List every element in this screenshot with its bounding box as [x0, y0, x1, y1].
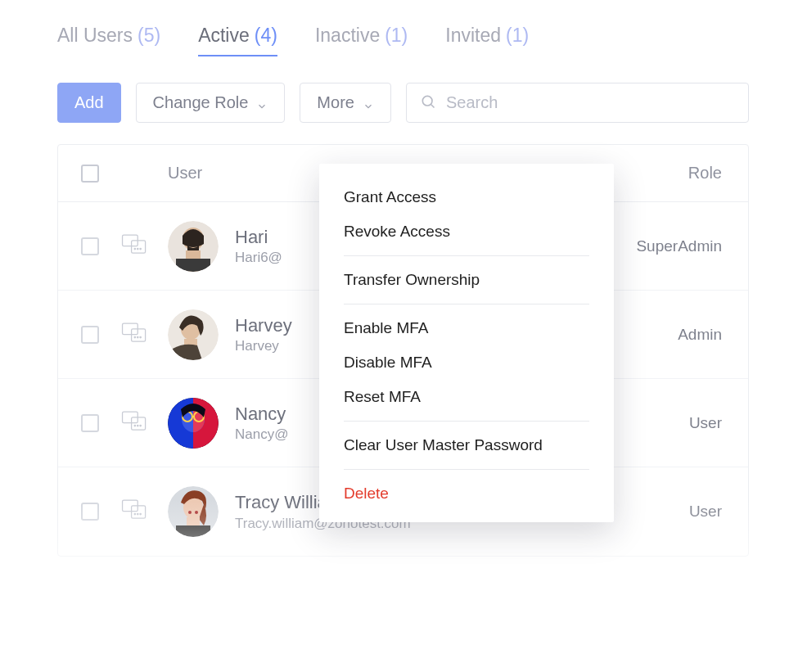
fade-overlay [773, 0, 798, 581]
avatar [168, 221, 219, 272]
device-icon [120, 321, 148, 345]
select-all-checkbox[interactable] [81, 165, 99, 183]
device-icon [120, 409, 148, 434]
svg-point-15 [138, 336, 138, 337]
chevron-down-icon [256, 97, 268, 109]
menu-item-revoke-access[interactable]: Revoke Access [319, 214, 614, 249]
svg-point-23 [134, 425, 135, 426]
more-label: More [317, 93, 354, 112]
svg-point-43 [195, 511, 198, 514]
device-icon [120, 232, 148, 257]
user-email: Hari6@ [235, 250, 282, 266]
row-checkbox[interactable] [81, 326, 99, 344]
tab-inactive[interactable]: Inactive (1) [315, 25, 408, 56]
menu-separator [344, 421, 589, 422]
menu-item-grant-access[interactable]: Grant Access [319, 180, 614, 214]
svg-point-36 [140, 513, 141, 514]
tab-count: (5) [138, 25, 160, 47]
avatar [168, 398, 219, 449]
menu-item-reset-mfa[interactable]: Reset MFA [319, 380, 614, 414]
svg-point-16 [140, 336, 141, 337]
more-actions-menu: Grant Access Revoke Access Transfer Owne… [319, 164, 614, 522]
tab-label: Active [198, 25, 250, 47]
change-role-button[interactable]: Change Role [136, 83, 286, 123]
avatar [168, 486, 219, 537]
menu-item-enable-mfa[interactable]: Enable MFA [319, 311, 614, 345]
svg-rect-22 [132, 417, 146, 429]
menu-item-transfer-ownership[interactable]: Transfer Ownership [319, 263, 614, 297]
row-checkbox[interactable] [81, 414, 99, 432]
tab-label: All Users [57, 25, 133, 47]
svg-rect-3 [132, 240, 146, 252]
svg-rect-33 [132, 506, 146, 518]
svg-point-14 [134, 336, 135, 337]
add-button[interactable]: Add [57, 83, 121, 123]
tab-count: (4) [255, 25, 277, 47]
menu-separator [344, 304, 589, 304]
user-name: Hari [235, 226, 282, 249]
device-icon [120, 498, 148, 522]
tab-invited[interactable]: Invited (1) [445, 25, 529, 56]
search-field[interactable] [406, 83, 749, 123]
svg-point-24 [138, 425, 138, 426]
add-button-label: Add [74, 93, 104, 112]
user-email: Harvey [235, 338, 292, 354]
svg-line-1 [431, 104, 435, 107]
svg-point-42 [188, 511, 192, 514]
tab-label: Invited [445, 25, 501, 47]
svg-rect-11 [176, 259, 210, 272]
svg-point-35 [138, 513, 138, 514]
change-role-label: Change Role [153, 93, 249, 112]
svg-point-34 [134, 513, 135, 514]
svg-point-6 [140, 248, 141, 249]
menu-item-disable-mfa[interactable]: Disable MFA [319, 345, 614, 380]
row-checkbox[interactable] [81, 503, 99, 521]
svg-point-4 [134, 248, 135, 249]
tab-all-users[interactable]: All Users (5) [57, 25, 160, 56]
svg-point-5 [138, 248, 138, 249]
tabs-bar: All Users (5) Active (4) Inactive (1) In… [57, 25, 749, 56]
svg-point-25 [140, 425, 141, 426]
user-name: Harvey [235, 314, 292, 337]
tab-count: (1) [385, 25, 408, 47]
search-input[interactable] [446, 93, 735, 112]
avatar [168, 309, 219, 360]
tab-count: (1) [506, 25, 529, 47]
menu-separator [344, 255, 589, 256]
select-all-cell [81, 165, 120, 183]
svg-rect-13 [132, 328, 146, 341]
more-button[interactable]: More [300, 83, 391, 123]
user-name: Nancy [235, 403, 288, 426]
user-email: Nancy@ [235, 426, 288, 443]
toolbar: Add Change Role More [57, 83, 749, 123]
tab-active[interactable]: Active (4) [198, 25, 277, 56]
users-page: All Users (5) Active (4) Inactive (1) In… [0, 0, 798, 581]
row-checkbox[interactable] [81, 237, 99, 255]
chevron-down-icon [363, 97, 374, 109]
menu-item-delete[interactable]: Delete [319, 476, 614, 511]
menu-separator [344, 469, 589, 470]
menu-item-clear-master-password[interactable]: Clear User Master Password [319, 428, 614, 462]
svg-point-0 [422, 96, 432, 106]
tab-label: Inactive [315, 25, 380, 47]
search-icon [420, 93, 436, 113]
svg-rect-41 [176, 525, 210, 537]
